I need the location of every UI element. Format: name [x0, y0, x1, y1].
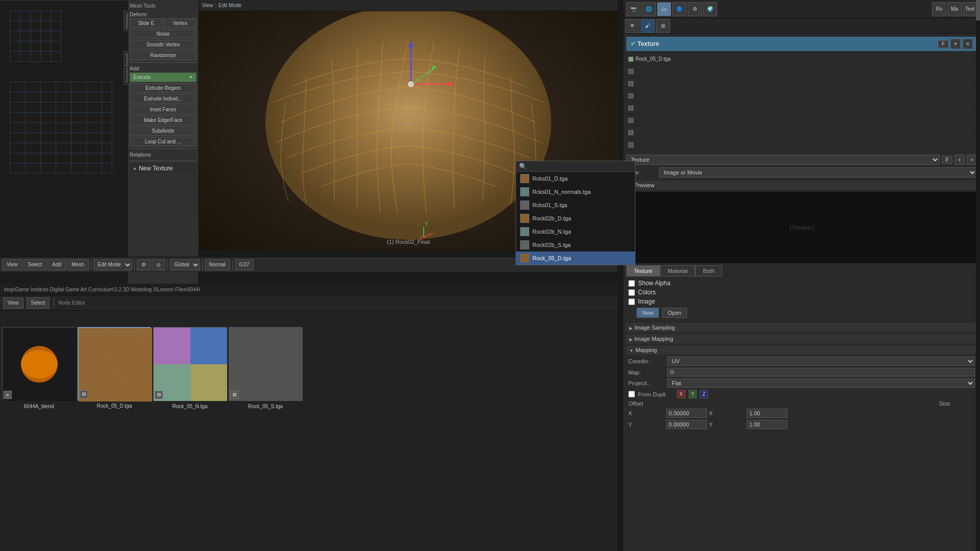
dropdown-item[interactable]: Rock02b_N.tga	[516, 225, 635, 238]
slide-e-button[interactable]: Slide E	[130, 18, 163, 28]
f-btn-2[interactable]: F	[942, 156, 952, 164]
del-tex-btn[interactable]: ×	[967, 155, 977, 165]
texture-slot-2[interactable]	[626, 65, 977, 78]
size-y-input[interactable]	[747, 420, 788, 429]
slot-dot-7	[628, 130, 633, 135]
material-icon[interactable]: 🔵	[672, 2, 687, 16]
dropdown-item[interactable]: Rock02b_S.tga	[516, 238, 635, 252]
projection-select[interactable]: Flat	[667, 379, 975, 388]
new-texture-section[interactable]: New Texture	[130, 163, 197, 173]
preview-section-header[interactable]: Preview	[626, 181, 977, 190]
type-select[interactable]: Image or Movie	[659, 167, 977, 178]
xyz-select[interactable]: 0.07	[235, 259, 254, 270]
image-checkbox[interactable]	[628, 298, 635, 305]
inset-faces-button[interactable]: Inset Faces	[130, 105, 197, 114]
texture-slot-5[interactable]	[626, 102, 977, 114]
normal-btn[interactable]: Normal	[205, 259, 230, 270]
dropdown-item-label: Rock02b_D.tga	[532, 215, 571, 221]
extrude-button[interactable]: Extrude ▼	[130, 72, 197, 82]
dropdown-item[interactable]: Rock_05_D.tga	[516, 252, 635, 265]
offset-y-input[interactable]	[666, 420, 707, 429]
texture-slot-6[interactable]	[626, 114, 977, 127]
new-button[interactable]: New	[636, 308, 659, 318]
mesh-button[interactable]: Mesh	[67, 259, 88, 270]
subdivide-button[interactable]: Subdivide	[130, 126, 197, 136]
texture-name-select[interactable]: Texture	[626, 155, 940, 165]
dropdown-item[interactable]: Rcks01_S.tga	[516, 198, 635, 212]
scene-icon[interactable]: ⚙	[688, 2, 702, 16]
texture-slot-7[interactable]	[626, 127, 977, 139]
render-icon[interactable]: 🌐	[642, 2, 656, 16]
texture-slot-8[interactable]	[626, 139, 977, 151]
image-sampling-header[interactable]: Image Sampling	[626, 323, 977, 332]
make-edge-face-button[interactable]: Make Edge/Face	[130, 115, 197, 125]
randomize-button[interactable]: Randomize	[130, 51, 197, 60]
snap-btn[interactable]: ⚙	[137, 259, 151, 270]
grid-icon[interactable]: ⊞	[656, 19, 670, 33]
dropdown-item[interactable]: Rock02b_D.tga	[516, 212, 635, 225]
bottom-view-btn[interactable]: View	[3, 297, 23, 309]
bottom-select-btn[interactable]: Select	[27, 297, 50, 309]
map-value-field[interactable]: ⊙	[667, 368, 975, 377]
dropdown-item[interactable]: Rcks01_D.tga	[516, 172, 635, 185]
offset-x-input[interactable]	[666, 409, 707, 418]
text-icon-right[interactable]: Text	[963, 2, 977, 16]
dropdown-item-label: Rcks01_N_normals.tga	[532, 189, 591, 195]
y-btn[interactable]: Y	[689, 390, 697, 398]
view-button[interactable]: View	[2, 259, 22, 270]
ma-icon[interactable]: Ma	[947, 2, 962, 16]
texture-slot-3[interactable]	[626, 78, 977, 90]
right-scrollbar[interactable]	[976, 0, 980, 551]
viewport-header: View | Edit Mode	[199, 0, 618, 11]
camera-icon[interactable]: 📷	[626, 2, 641, 16]
world-icon[interactable]: 🌍	[703, 2, 717, 16]
x-btn[interactable]: X	[677, 390, 685, 398]
loop-cut-button[interactable]: Loop Cut and ...	[130, 137, 197, 146]
texture-icon[interactable]: 🗂	[657, 2, 671, 16]
show-alpha-checkbox[interactable]	[628, 280, 635, 287]
texture-slot-4[interactable]	[626, 90, 977, 102]
material-view-tab[interactable]: Material	[660, 265, 695, 277]
dropdown-item-label: Rock02b_N.tga	[532, 229, 571, 235]
texture-slot-1[interactable]: Rock_05_D.tga	[626, 53, 977, 65]
add-texture-btn[interactable]: +	[950, 39, 961, 49]
size-x-input[interactable]	[747, 409, 788, 418]
thumbnail-item[interactable]: B6044A_blend	[2, 327, 76, 400]
dropdown-item[interactable]: Rcks01_N_normals.tga	[516, 185, 635, 198]
paint-icon[interactable]: 🖌	[641, 19, 655, 33]
texture-view-tab[interactable]: Texture	[626, 265, 660, 277]
coord-select[interactable]: UV	[667, 357, 975, 366]
vertex-button[interactable]: Vertex	[164, 18, 197, 28]
z-btn[interactable]: Z	[700, 390, 708, 398]
thumbnail-item[interactable]: 🖼Rock_05_S.tga	[229, 327, 302, 400]
image-mapping-header[interactable]: Image Mapping	[626, 334, 977, 343]
edit-mode-label[interactable]: Edit Mode	[218, 3, 241, 8]
thumbnail-item[interactable]: 🖼Rock_05_D.tga	[78, 327, 151, 400]
mapping2-triangle	[629, 336, 632, 342]
noise-button[interactable]: Noise	[130, 29, 197, 39]
mode-select[interactable]: Edit Mode	[93, 259, 132, 270]
ro-icon[interactable]: Ro	[932, 2, 946, 16]
viewport-view-label[interactable]: View	[202, 3, 213, 8]
both-view-tab[interactable]: Both	[695, 265, 722, 277]
scrollbar-thumb[interactable]	[976, 0, 980, 20]
eye-icon[interactable]: 👁	[625, 19, 640, 33]
colors-checkbox[interactable]	[628, 289, 635, 296]
select-button[interactable]: Select	[23, 259, 47, 270]
extrude-region-button[interactable]: Extrude Region	[130, 83, 197, 93]
extrude-indiv-button[interactable]: Extrude Individ...	[130, 94, 197, 104]
thumbnail-item[interactable]: 🖼Rock_05_N.tga	[153, 327, 227, 400]
mapping-section-header[interactable]: Mapping	[626, 345, 977, 355]
dropdown-search-input[interactable]	[529, 163, 632, 169]
proportional-btn[interactable]: ◎	[152, 259, 165, 270]
open-button[interactable]: Open	[662, 308, 687, 318]
view-tabs: Texture Material Both	[626, 265, 977, 277]
smooth-vertex-button[interactable]: Smooth Vertex	[130, 40, 197, 49]
dropdown-search-area[interactable]: 🔍	[516, 161, 635, 172]
add-button[interactable]: Add	[47, 259, 66, 270]
from-dupli-checkbox[interactable]	[628, 391, 635, 397]
add-tex-btn[interactable]: +	[954, 155, 965, 165]
transform-select[interactable]: Global	[170, 259, 200, 270]
remove-texture-btn[interactable]: ×	[963, 39, 973, 49]
f-button[interactable]: F	[938, 40, 948, 48]
